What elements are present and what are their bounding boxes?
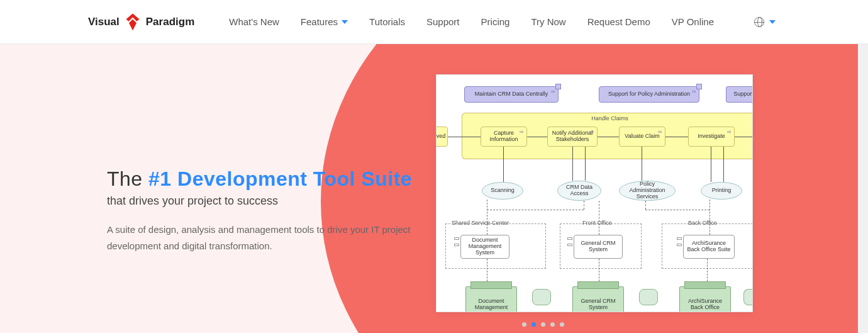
language-switcher[interactable]	[754, 17, 776, 27]
corner-icon	[696, 84, 702, 89]
hero-title: The #1 Development Tool Suite	[107, 167, 434, 191]
page-scrollbar[interactable]	[858, 0, 868, 333]
corner-icon	[555, 84, 561, 89]
logo-icon	[123, 13, 142, 31]
hero-text: The #1 Development Tool Suite that drive…	[107, 167, 434, 254]
connector	[665, 137, 688, 137]
logo[interactable]: Visual Paradigm	[88, 13, 194, 31]
hero-diagram: Maintain CRM Data Centrally ⇨ Support fo…	[436, 74, 753, 312]
nav-pricing[interactable]: Pricing	[481, 16, 510, 27]
device-top	[577, 281, 619, 289]
connector	[572, 147, 573, 181]
diag-yellow-4: Investigate⇨	[688, 127, 735, 147]
connector	[642, 147, 642, 181]
carousel-dot-3[interactable]	[541, 322, 545, 327]
carousel-dot-2[interactable]	[531, 322, 536, 327]
nav-support[interactable]: Support	[426, 16, 460, 27]
diag-yellow-2: Notify Additional Stakeholders⇨	[547, 127, 598, 147]
diag-purple-1: Maintain CRM Data Centrally ⇨	[464, 86, 559, 103]
connector	[487, 259, 487, 281]
logo-text-left: Visual	[88, 16, 120, 28]
carousel-dot-4[interactable]	[550, 322, 555, 327]
port-icon	[567, 237, 572, 240]
hero-title-prefix: The	[107, 167, 148, 190]
connector	[599, 259, 599, 281]
diag-feed-2: General CRM System	[574, 235, 623, 259]
connector	[723, 147, 724, 182]
diag-left-cut: ved	[436, 127, 448, 147]
main-nav: What's New Features Tutorials Support Pr…	[229, 16, 776, 27]
diag-feed-1: Document Management System	[460, 235, 509, 259]
arrow-icon: ⇨	[658, 130, 662, 135]
diag-handle-title: Handle Claims	[462, 115, 753, 121]
connector	[598, 137, 619, 137]
device-top	[684, 281, 726, 289]
diag-green-oval-1	[532, 289, 551, 305]
nav-whats-new[interactable]: What's New	[229, 16, 279, 27]
diag-green-oval-2	[639, 289, 658, 305]
diag-green-3: ArchiSurance Back Office	[679, 286, 731, 312]
connector	[487, 210, 584, 210]
connector	[487, 200, 487, 235]
diag-group-title-2: Front Office	[582, 220, 612, 226]
diag-oval-1: Scanning	[482, 182, 523, 200]
nav-tutorials[interactable]: Tutorials	[369, 16, 405, 27]
arrow-icon: ⇨	[590, 130, 594, 135]
diag-group-title-1: Shared Service Center	[452, 220, 509, 226]
carousel-dot-1[interactable]	[522, 322, 526, 327]
nav-vp-online[interactable]: VP Online	[672, 16, 714, 27]
arrow-icon: ⇨	[520, 130, 524, 135]
carousel-dot-5[interactable]	[560, 322, 564, 327]
diag-feed-3: ArchiSurance Back Office Suite	[683, 235, 735, 259]
nav-features[interactable]: Features	[301, 16, 348, 27]
connector	[709, 200, 710, 235]
connector	[711, 147, 711, 182]
port-icon	[454, 244, 459, 246]
connector	[599, 201, 599, 235]
connector	[585, 147, 586, 181]
diag-green-oval-3	[743, 289, 753, 305]
chevron-down-icon	[342, 20, 348, 24]
connector	[645, 210, 709, 210]
port-icon	[677, 237, 682, 240]
arrow-icon: ⇨	[692, 89, 696, 95]
port-icon	[677, 244, 682, 246]
nav-features-label: Features	[301, 16, 338, 27]
diag-oval-4: Printing	[701, 182, 742, 200]
diag-green-1: Document Management	[465, 286, 517, 312]
diag-group-title-3: Back Office	[688, 220, 717, 226]
diag-purple-3: Support f	[726, 86, 753, 103]
hero-body: A suite of design, analysis and manageme…	[107, 222, 434, 254]
port-icon	[454, 237, 459, 240]
connector	[707, 259, 708, 281]
chevron-down-icon	[769, 20, 776, 24]
arrow-icon: ⇨	[727, 130, 732, 135]
arrow-icon: ⇨	[551, 89, 555, 95]
carousel-dots	[522, 322, 564, 327]
globe-icon	[754, 17, 764, 27]
connector	[584, 201, 584, 210]
nav-request-demo[interactable]: Request Demo	[587, 16, 650, 27]
diag-oval-3: Policy Administration Services	[619, 181, 676, 201]
hero-section: The #1 Development Tool Suite that drive…	[0, 44, 868, 333]
diag-oval-2: CRM Data Access	[557, 181, 601, 201]
nav-try-now[interactable]: Try Now	[531, 16, 565, 27]
site-header: Visual Paradigm What's New Features Tuto…	[0, 0, 868, 44]
connector	[448, 137, 481, 137]
hero-title-highlight: #1 Development Tool Suite	[148, 167, 412, 190]
diag-yellow-1: Capture Information⇨	[481, 127, 527, 147]
diag-yellow-3: Valuate Claim⇨	[619, 127, 665, 147]
device-top	[470, 281, 512, 289]
connector	[503, 147, 504, 182]
logo-text-right: Paradigm	[146, 16, 194, 28]
connector	[735, 137, 753, 137]
hero-subtitle: that drives your project to success	[107, 195, 434, 208]
diag-green-2: General CRM System	[572, 286, 624, 312]
port-icon	[567, 244, 572, 246]
diag-purple-2: Support for Policy Administration ⇨	[599, 86, 699, 103]
connector	[645, 201, 646, 210]
connector	[527, 137, 547, 137]
